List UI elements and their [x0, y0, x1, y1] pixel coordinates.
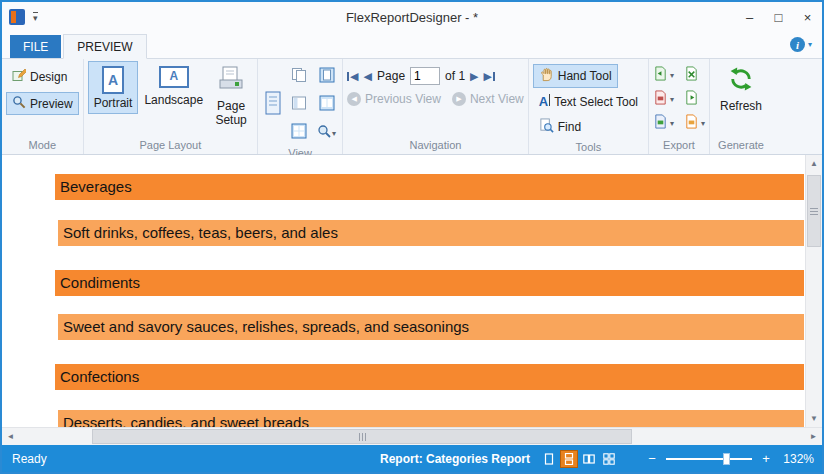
bar-glyph — [347, 72, 349, 81]
export-format-button-6[interactable]: ▾ — [684, 114, 705, 133]
scroll-right-button[interactable]: ► — [805, 428, 822, 445]
portrait-button[interactable]: A Portrait — [88, 61, 139, 114]
refresh-label: Refresh — [720, 100, 762, 114]
last-page-button[interactable]: ▶ — [484, 71, 495, 82]
hand-tool-button[interactable]: Hand Tool — [533, 64, 618, 88]
page-count-label: of 1 — [445, 69, 465, 83]
grid-pages-icon — [291, 123, 307, 143]
scroll-left-button[interactable]: ◄ — [2, 428, 19, 445]
horizontal-scrollbar[interactable]: ◄ ► — [2, 427, 822, 445]
first-page-button[interactable]: ◀ — [347, 71, 358, 82]
zoom-icon — [317, 124, 332, 143]
refresh-button[interactable]: Refresh — [714, 61, 768, 117]
ribbon-group-navigation: ◀ ◀ Page of 1 ▶ ▶ ◀ Previous View ▶ Next — [343, 59, 529, 154]
view-mode-two-page-button[interactable] — [580, 450, 598, 468]
ribbon-group-generate: Refresh Generate — [710, 59, 772, 154]
two-page-view-button[interactable] — [315, 93, 338, 117]
report-row-description: Desserts, candies, and sweet breads — [58, 410, 804, 427]
thumbnail-pane-icon — [291, 95, 307, 115]
grid-view-button[interactable] — [289, 121, 309, 145]
status-ready-label: Ready — [12, 452, 47, 466]
report-row-category: Beverages — [55, 174, 804, 200]
design-icon — [12, 68, 26, 85]
design-button[interactable]: Design — [6, 65, 79, 88]
preview-label: Preview — [30, 97, 73, 111]
page-setup-button[interactable]: Page Setup — [209, 61, 253, 130]
title-bar: ▾ FlexReportDesigner - * – □ × — [2, 2, 822, 32]
next-page-button[interactable]: ▶ — [470, 71, 478, 82]
zoom-slider-thumb[interactable] — [723, 453, 730, 465]
tab-preview[interactable]: PREVIEW — [63, 34, 146, 59]
text-select-icon: A — [539, 94, 550, 109]
scroll-down-button[interactable]: ▼ — [806, 410, 822, 427]
thumb-grip — [359, 433, 366, 441]
export-format-button-4[interactable] — [684, 90, 705, 109]
maximize-button[interactable]: □ — [764, 2, 793, 32]
next-view-button[interactable]: ▶ Next View — [452, 92, 524, 106]
ribbon-group-export: ▾ ▾ ▾ ▾ Export — [649, 59, 710, 154]
view-mode-buttons — [540, 450, 618, 468]
vertical-scrollbar[interactable]: ▲ ▼ — [805, 155, 822, 427]
scroll-up-button[interactable]: ▲ — [806, 155, 822, 172]
group-label-page-layout: Page Layout — [88, 137, 253, 154]
copy-page-view-button[interactable] — [289, 65, 309, 89]
page-nav-row: ◀ ◀ Page of 1 ▶ ▶ — [347, 67, 495, 85]
zoom-dropdown-button[interactable]: ▾ — [315, 121, 338, 145]
view-mode-continuous-button[interactable] — [560, 450, 578, 468]
preview-button[interactable]: Preview — [6, 92, 79, 115]
export-format-button-3[interactable]: ▾ — [653, 90, 674, 109]
report-row-category: Confections — [55, 364, 804, 390]
continuous-view-button[interactable] — [262, 89, 284, 121]
ribbon-group-mode: Design Preview Mode — [2, 59, 84, 154]
page-setup-label: Page Setup — [215, 100, 247, 128]
first-page-arrow-icon: ◀ — [350, 71, 358, 82]
find-label: Find — [558, 120, 581, 134]
export-doc-icon — [684, 90, 699, 109]
zoom-out-button[interactable]: − — [646, 452, 658, 465]
horizontal-scroll-thumb[interactable] — [92, 429, 632, 444]
vertical-scroll-thumb[interactable] — [807, 175, 821, 247]
previous-view-icon: ◀ — [347, 92, 361, 106]
copy-pages-icon — [291, 67, 307, 87]
previous-view-button[interactable]: ◀ Previous View — [347, 92, 441, 106]
export-caret-icon: ▾ — [670, 71, 674, 80]
text-select-tool-button[interactable]: A Text Select Tool — [533, 91, 644, 112]
portrait-label: Portrait — [94, 97, 133, 111]
zoom-in-button[interactable]: + — [760, 452, 772, 465]
export-format-button-2[interactable] — [684, 66, 705, 85]
refresh-icon — [728, 66, 754, 96]
export-format-button-1[interactable]: ▾ — [653, 66, 674, 85]
view-history-row: ◀ Previous View ▶ Next View — [347, 92, 524, 106]
close-button[interactable]: × — [793, 2, 822, 32]
group-label-tools: Tools — [533, 139, 644, 155]
info-button[interactable]: i ▾ — [790, 37, 812, 52]
minimize-button[interactable]: – — [735, 2, 764, 32]
landscape-label: Landscape — [144, 94, 203, 108]
find-button[interactable]: Find — [533, 115, 587, 139]
find-icon — [539, 118, 554, 136]
quick-access-caret-icon[interactable]: ▾ — [33, 12, 38, 22]
thumbnail-view-button[interactable] — [289, 93, 309, 117]
hand-icon — [539, 67, 554, 85]
previous-page-button[interactable]: ◀ — [364, 71, 372, 82]
zoom-slider[interactable] — [666, 452, 752, 466]
single-page-view-button[interactable] — [315, 65, 338, 89]
page-number-input[interactable] — [410, 67, 440, 85]
page-setup-icon — [219, 66, 243, 100]
view-mode-grid-button[interactable] — [600, 450, 618, 468]
last-page-arrow-icon: ▶ — [484, 71, 492, 82]
group-label-mode: Mode — [6, 137, 79, 154]
bar-glyph — [493, 72, 495, 81]
tab-file[interactable]: FILE — [10, 35, 61, 58]
view-mode-single-button[interactable] — [540, 450, 558, 468]
zoom-level-label: 132% — [780, 452, 814, 466]
ribbon-group-page-layout: A Portrait A Landscape Page Setup Page L… — [84, 59, 258, 154]
view-options-grid: ▾ — [289, 65, 338, 145]
landscape-button[interactable]: A Landscape — [138, 61, 209, 111]
app-icon[interactable] — [9, 9, 25, 25]
preview-icon — [12, 95, 26, 112]
export-doc-icon — [653, 114, 668, 133]
report-row-description: Sweet and savory sauces, relishes, sprea… — [58, 314, 804, 340]
zoom-slider-track — [666, 458, 752, 460]
export-format-button-5[interactable]: ▾ — [653, 114, 674, 133]
